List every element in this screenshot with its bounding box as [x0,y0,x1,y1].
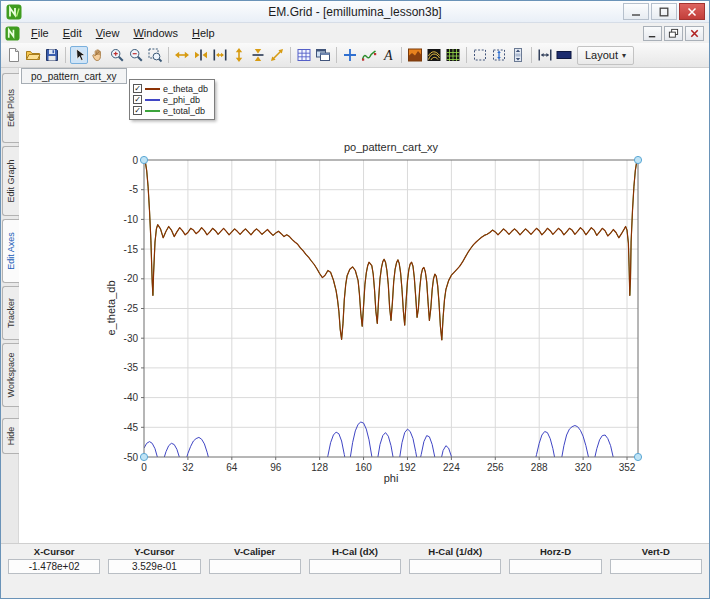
menu-item-file[interactable]: File [24,23,56,43]
sidebar-tab-workspace[interactable]: Workspace [2,343,19,407]
sidebar-tab-label: Edit Plots [6,89,16,127]
y-tick-label: -15 [124,244,139,255]
new-file-icon[interactable] [5,46,23,64]
mdi-minimize-button[interactable] [643,26,662,41]
toolbar-separator [466,47,467,63]
close-button[interactable] [679,3,705,20]
menu-item-windows[interactable]: Windows [126,23,185,43]
select-vertical-icon[interactable] [490,46,508,64]
status-value [509,559,601,574]
chevron-down-icon: ▾ [622,51,626,60]
sidebar-tab-label: Workspace [6,352,16,397]
status-column: Y-Cursor3.529e-01 [104,545,204,576]
svg-text:A: A [383,48,393,63]
menu-item-view[interactable]: View [89,23,127,43]
status-value [309,559,401,574]
sidebar-tab-hide[interactable]: Hide [2,418,19,454]
color-swatch-icon[interactable] [555,46,573,64]
toolbar-separator [168,47,169,63]
scrollbar-icon[interactable] [509,46,527,64]
status-label: Vert-D [606,545,706,559]
selection-handle[interactable] [634,453,641,460]
status-column: Vert-D [606,545,706,576]
image-mesh-icon[interactable] [444,46,462,64]
grid-icon[interactable] [295,46,313,64]
app-window: EM.Grid - [emillumina_lesson3b] FileEdit… [0,0,710,599]
toolbar-separator [336,47,337,63]
expand-xy-icon[interactable] [268,46,286,64]
y-tick-label: -35 [124,362,139,373]
mdi-restore-button[interactable] [664,26,683,41]
pointer-icon[interactable] [70,46,88,64]
windows-icon[interactable] [314,46,332,64]
sidebar-tabs: Edit PlotsEdit GraphEdit AxesTrackerWork… [1,68,19,543]
status-label: H-Cal (1/dX) [405,545,505,559]
select-region-icon[interactable] [471,46,489,64]
mdi-close-button[interactable] [685,26,704,41]
legend-checkbox[interactable]: ✓ [133,84,142,93]
maximize-button[interactable] [651,3,677,20]
selection-handle[interactable] [634,156,641,163]
zoom-out-icon[interactable] [127,46,145,64]
sidebar-tab-label: Edit Axes [6,232,16,270]
selection-handle[interactable] [140,156,147,163]
image-contour-icon[interactable] [425,46,443,64]
zoom-window-icon[interactable] [146,46,164,64]
expand-y-icon[interactable] [230,46,248,64]
compress-y-icon[interactable] [249,46,267,64]
status-column: H-Cal (1/dX) [405,545,505,576]
chart: 03264961281601922242562883203520-5-10-15… [96,154,656,489]
expand-x-icon[interactable] [173,46,191,64]
minimize-button[interactable] [623,3,649,20]
document-logo-icon[interactable] [5,26,20,41]
status-column: Horz-D [505,545,605,576]
sidebar-tab-edit-graph[interactable]: Edit Graph [2,146,19,216]
legend-checkbox[interactable]: ✓ [133,106,142,115]
image-pattern-icon[interactable] [406,46,424,64]
client-area: Edit PlotsEdit GraphEdit AxesTrackerWork… [1,68,709,543]
menu-item-edit[interactable]: Edit [56,23,89,43]
y-tick-label: -25 [124,303,139,314]
y-tick-label: -5 [129,184,138,195]
titlebar[interactable]: EM.Grid - [emillumina_lesson3b] [1,1,709,23]
zoom-in-icon[interactable] [108,46,126,64]
status-label: X-Cursor [4,545,104,559]
legend-checkbox[interactable]: ✓ [133,95,142,104]
layout-button[interactable]: Layout▾ [577,46,634,65]
edit-curve-icon[interactable] [360,46,378,64]
sidebar-tab-label: Tracker [6,298,16,328]
legend: ✓e_theta_db✓e_phi_db✓e_total_db [129,79,215,120]
layout-button-label: Layout [585,49,618,61]
sidebar-tab-edit-plots[interactable]: Edit Plots [2,73,19,143]
selection-handle[interactable] [140,453,147,460]
plot-tab[interactable]: po_pattern_cart_xy [21,68,127,84]
menu-item-help[interactable]: Help [185,23,222,43]
caliper-icon[interactable] [536,46,554,64]
legend-label: e_total_db [163,106,205,116]
sidebar-tab-edit-axes[interactable]: Edit Axes [2,219,19,283]
add-marker-icon[interactable] [341,46,359,64]
menubar: FileEditViewWindowsHelp [1,23,709,43]
status-value [209,559,301,574]
status-label: H-Cal (dX) [305,545,405,559]
menu-items: FileEditViewWindowsHelp [24,23,222,43]
sidebar-tab-label: Hide [6,427,16,446]
plot-tab-label: po_pattern_cart_xy [31,71,117,82]
add-text-icon[interactable]: A [379,46,397,64]
status-value [409,559,501,574]
y-tick-label: -10 [124,214,139,225]
y-tick-label: -50 [124,452,139,463]
fit-width-icon[interactable] [211,46,229,64]
sidebar-tab-tracker[interactable]: Tracker [2,286,19,339]
save-icon[interactable] [43,46,61,64]
pan-hand-icon[interactable] [89,46,107,64]
mdi-window-controls [643,26,704,41]
toolbar-separator [401,47,402,63]
open-folder-icon[interactable] [24,46,42,64]
compress-x-icon[interactable] [192,46,210,64]
statusbar: X-Cursor-1.478e+02Y-Cursor3.529e-01V-Cal… [1,543,709,576]
y-tick-label: -45 [124,422,139,433]
legend-row: ✓e_total_db [133,105,208,116]
chart-title: po_pattern_cart_xy [144,141,638,153]
y-tick-label: -20 [124,273,139,284]
